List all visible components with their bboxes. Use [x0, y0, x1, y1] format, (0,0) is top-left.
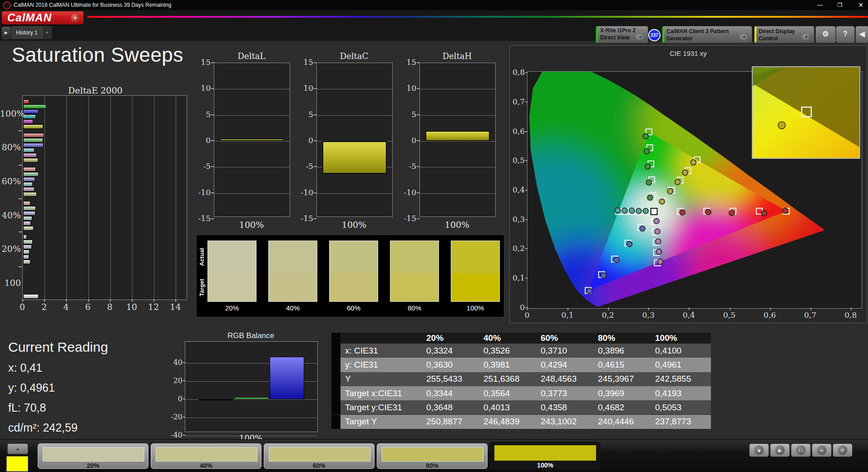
deltae-group-label: 40% — [0, 210, 21, 220]
gear-icon[interactable]: ⚙ — [815, 26, 836, 43]
table-cell: 0,3773 — [538, 388, 595, 398]
saturation-swatch — [269, 447, 370, 462]
table-cell: 0,3324 — [424, 346, 481, 356]
calman-logo-text: CalMAN — [7, 11, 52, 25]
add-tab-button[interactable]: + — [42, 26, 52, 39]
pattern-generator-dropdown[interactable]: CalMAN Client 3 Pattern Generator ▼ — [662, 26, 752, 43]
measure-icon[interactable]: [··] — [791, 443, 811, 457]
deltac-y-tick: -10 — [296, 188, 313, 197]
axis-tick — [525, 219, 528, 220]
axis-tick — [314, 114, 316, 115]
chevron-down-icon: ▼ — [801, 34, 811, 40]
rgb-chart-title: RGB Balance — [185, 331, 317, 340]
saturation-button-60%[interactable]: 60% — [264, 443, 375, 469]
minimize-icon[interactable]: — — [813, 0, 827, 10]
axis-tick — [525, 72, 528, 73]
table-cell: 0,4294 — [538, 360, 595, 370]
pattern-preview-window[interactable] — [6, 456, 28, 472]
axis-tick — [211, 166, 214, 167]
axis-tick — [44, 299, 45, 302]
meter-dropdown[interactable]: X-Rite i1Pro 2Direct View ▼ — [596, 26, 648, 43]
gridline — [214, 167, 290, 167]
close-icon[interactable]: ✕ — [853, 0, 868, 10]
spectrum-gradient-line — [87, 16, 868, 18]
table-corner — [331, 333, 340, 344]
display-control-dropdown[interactable]: Direct Display Control ▼ — [754, 26, 814, 43]
collapse-panel-icon[interactable]: ◀ — [855, 26, 868, 43]
deltae-x-tick: 12 — [144, 302, 163, 312]
deltae-x-tick: 10 — [123, 302, 141, 312]
axis-tick — [19, 165, 22, 166]
axis-tick — [19, 231, 22, 232]
saturation-button-label: 40% — [151, 462, 261, 469]
table-row-accent — [331, 400, 340, 414]
deltac-y-tick: -5 — [296, 162, 313, 171]
rgb-y-tick: 20 — [163, 376, 182, 385]
play-icon[interactable]: ▶ — [770, 443, 790, 457]
axis-tick — [417, 114, 419, 115]
loop-icon: ∞ — [817, 446, 827, 455]
gridline — [176, 96, 176, 300]
reading-x: x: 0,41 — [8, 361, 42, 374]
gridline — [317, 115, 392, 116]
saturation-button-100%[interactable]: 100% — [490, 442, 601, 470]
cie-y-tick: 0,3 — [510, 215, 525, 224]
table-cell: 0,3344 — [424, 388, 481, 398]
axis-tick — [19, 266, 22, 267]
cie-zoom-inset — [752, 66, 860, 159]
rgb-bar-red — [199, 399, 233, 400]
saturation-button-80%[interactable]: 80% — [377, 443, 488, 469]
calman-logo-button[interactable]: CalMAN ▼ — [2, 11, 84, 25]
gridline — [44, 96, 45, 300]
axis-tick — [110, 299, 111, 302]
axis-tick — [183, 435, 185, 436]
gridline — [214, 193, 290, 194]
deltac-chart-title: DeltaC — [318, 51, 390, 61]
meter-count-badge[interactable]: 237 — [648, 29, 661, 41]
axis-tick — [689, 308, 690, 310]
table-row-Y: Y255,5433251,6368248,4563245,3967242,585… — [331, 372, 711, 386]
cie-x-tick: 0,7 — [800, 310, 820, 320]
axis-tick — [314, 192, 316, 193]
deltae-bar-20%-2 — [23, 245, 32, 249]
table-row-accent — [331, 386, 340, 400]
deltah-y-tick: 15 — [399, 58, 416, 67]
deltah-plot-area — [419, 63, 496, 217]
table-cell: 240,4446 — [595, 417, 652, 427]
tab-expand-button[interactable]: ▶ — [2, 27, 10, 39]
cie-y-tick: 0,1 — [510, 273, 525, 282]
deltae-group-label: 20% — [0, 244, 21, 254]
axis-tick — [314, 166, 316, 167]
swatch-label: 60% — [329, 304, 378, 312]
deltae-bar-80%-4 — [23, 153, 37, 157]
loop-icon[interactable]: ∞ — [812, 443, 832, 457]
help-button[interactable]: ? — [836, 26, 855, 43]
saturation-swatch — [494, 445, 596, 461]
gridline — [110, 96, 111, 300]
axis-tick — [132, 299, 133, 302]
axis-tick — [19, 130, 22, 131]
deltae-x-tick: 6 — [79, 302, 97, 312]
deltae-bar-100%-5 — [23, 124, 43, 129]
deltac-y-tick: 10 — [296, 84, 313, 93]
swatch-target-20% — [207, 273, 256, 302]
deltae-group-label: 100 — [0, 278, 21, 288]
deltac-y-tick: -15 — [296, 214, 313, 223]
saturation-button-20%[interactable]: 20% — [38, 443, 148, 469]
table-cell: 251,6368 — [481, 374, 538, 384]
deltae-bar-20%-5 — [23, 260, 30, 264]
maximize-icon[interactable]: ❐ — [833, 0, 847, 10]
refresh-icon[interactable]: ⟳ — [833, 443, 853, 457]
stop-icon[interactable]: ■ — [749, 443, 769, 457]
axis-tick — [211, 114, 214, 115]
table-header-60%: 60% — [538, 333, 595, 343]
target-row-label: Target — [198, 273, 206, 302]
axis-tick — [417, 166, 419, 167]
swatch-actual-20% — [207, 241, 256, 273]
tab-history-1[interactable]: History 1 — [11, 26, 42, 39]
deltal-y-tick: 0 — [193, 136, 211, 145]
saturation-swatch — [43, 447, 144, 462]
pattern-up-icon[interactable]: ▲ — [7, 443, 28, 454]
deltae-bar-80%-1 — [23, 138, 43, 143]
saturation-button-40%[interactable]: 40% — [151, 443, 261, 469]
